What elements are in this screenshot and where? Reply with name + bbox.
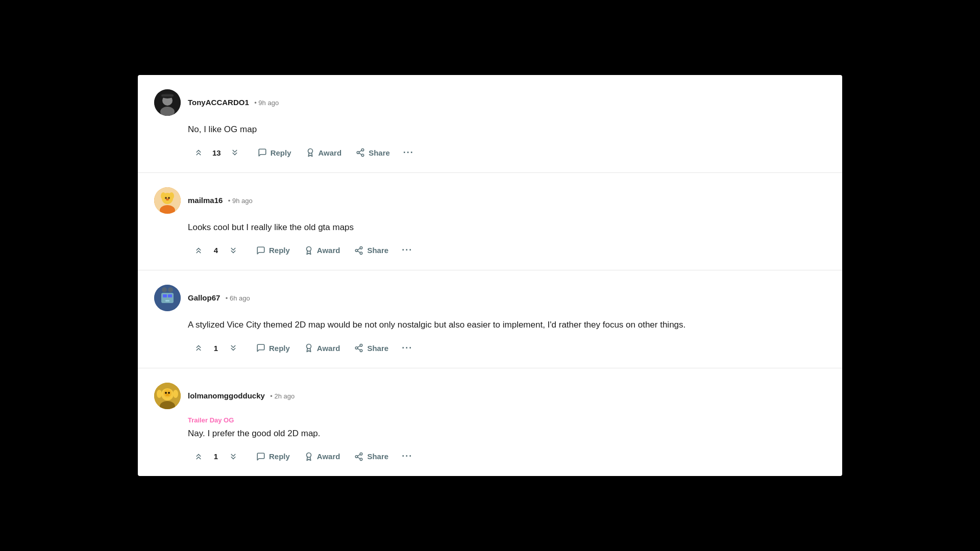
svg-rect-30 bbox=[165, 300, 169, 302]
share-button[interactable]: Share bbox=[348, 448, 395, 465]
comment-body: Nay. I prefer the good old 2D map. bbox=[188, 427, 826, 440]
avatar bbox=[154, 285, 181, 311]
svg-line-25 bbox=[358, 248, 360, 249]
upvote-icon bbox=[194, 148, 203, 157]
award-button[interactable]: Award bbox=[298, 339, 347, 357]
award-icon bbox=[306, 148, 315, 157]
vote-section: 13 bbox=[188, 144, 246, 161]
share-label: Share bbox=[369, 148, 390, 157]
vote-section: 1 bbox=[188, 339, 244, 357]
upvote-icon bbox=[194, 343, 203, 353]
reply-label: Reply bbox=[269, 344, 290, 353]
comment-header: Gallop67 • 6h ago bbox=[154, 285, 826, 311]
svg-point-45 bbox=[165, 392, 167, 394]
more-button[interactable]: ··· bbox=[397, 241, 418, 260]
award-label: Award bbox=[317, 344, 340, 353]
downvote-icon bbox=[230, 148, 239, 157]
share-label: Share bbox=[367, 452, 388, 461]
comment-4: lolmanomggodducky • 2h ago Trailer Day O… bbox=[138, 368, 842, 477]
vote-count: 4 bbox=[212, 246, 219, 255]
award-button[interactable]: Award bbox=[298, 448, 347, 465]
user-info: mailma16 • 9h ago bbox=[188, 196, 253, 205]
vote-section: 1 bbox=[188, 448, 244, 465]
svg-line-24 bbox=[358, 251, 360, 253]
vote-section: 4 bbox=[188, 242, 244, 259]
svg-point-19 bbox=[166, 198, 169, 201]
award-label: Award bbox=[317, 246, 340, 255]
upvote-button[interactable] bbox=[188, 448, 209, 465]
username: TonyACCARDO1 bbox=[188, 98, 249, 107]
comment-1: TonyACCARDO1 • 9h ago No, I like OG map … bbox=[138, 75, 842, 173]
user-info: TonyACCARDO1 • 9h ago bbox=[188, 98, 279, 107]
reply-label: Reply bbox=[269, 246, 290, 255]
downvote-button[interactable] bbox=[224, 144, 246, 161]
downvote-button[interactable] bbox=[223, 339, 244, 357]
award-button[interactable]: Award bbox=[298, 242, 347, 259]
svg-point-46 bbox=[168, 392, 170, 394]
username: mailma16 bbox=[188, 196, 223, 205]
svg-point-31 bbox=[162, 287, 167, 292]
user-info: Gallop67 • 6h ago bbox=[188, 293, 250, 303]
comment-header: lolmanomggodducky • 2h ago bbox=[154, 383, 826, 409]
svg-line-38 bbox=[358, 346, 360, 347]
reply-icon bbox=[256, 343, 265, 353]
svg-point-43 bbox=[157, 390, 162, 398]
reply-button[interactable]: Reply bbox=[252, 144, 298, 161]
downvote-icon bbox=[229, 452, 238, 461]
share-button[interactable]: Share bbox=[348, 339, 395, 357]
avatar bbox=[154, 383, 181, 409]
svg-point-44 bbox=[173, 390, 178, 398]
award-label: Award bbox=[318, 148, 342, 157]
upvote-button[interactable] bbox=[188, 242, 209, 259]
comment-actions: 1 Reply Award Share ··· bbox=[188, 447, 826, 466]
more-button[interactable]: ··· bbox=[398, 143, 419, 162]
downvote-button[interactable] bbox=[223, 448, 244, 465]
upvote-icon bbox=[194, 246, 203, 255]
reply-icon bbox=[258, 148, 267, 157]
avatar bbox=[154, 89, 181, 116]
reply-button[interactable]: Reply bbox=[250, 339, 296, 357]
reply-button[interactable]: Reply bbox=[250, 448, 296, 465]
comment-body: No, I like OG map bbox=[188, 123, 826, 136]
user-flair: Trailer Day OG bbox=[188, 416, 826, 424]
more-button[interactable]: ··· bbox=[397, 447, 418, 466]
downvote-button[interactable] bbox=[223, 242, 244, 259]
timestamp: • 6h ago bbox=[226, 294, 250, 302]
comment-actions: 1 Reply Award Share ··· bbox=[188, 339, 826, 358]
share-button[interactable]: Share bbox=[348, 242, 395, 259]
svg-line-10 bbox=[359, 151, 362, 152]
share-icon bbox=[354, 246, 363, 255]
share-button[interactable]: Share bbox=[350, 144, 396, 161]
timestamp: • 9h ago bbox=[228, 197, 253, 205]
user-info: lolmanomggodducky • 2h ago bbox=[188, 391, 295, 400]
more-button[interactable]: ··· bbox=[397, 339, 418, 358]
svg-point-47 bbox=[165, 394, 169, 396]
share-label: Share bbox=[367, 344, 388, 353]
svg-line-53 bbox=[358, 454, 360, 456]
reply-label: Reply bbox=[271, 148, 291, 157]
award-button[interactable]: Award bbox=[300, 144, 348, 161]
comment-2: mailma16 • 9h ago Looks cool but I reall… bbox=[138, 173, 842, 271]
username: Gallop67 bbox=[188, 293, 220, 302]
reply-button[interactable]: Reply bbox=[250, 242, 296, 259]
upvote-button[interactable] bbox=[188, 144, 209, 161]
svg-line-52 bbox=[358, 457, 360, 459]
svg-rect-28 bbox=[163, 294, 167, 297]
avatar bbox=[154, 187, 181, 214]
vote-count: 1 bbox=[212, 452, 219, 461]
comment-actions: 13 Reply Award Share ··· bbox=[188, 143, 826, 162]
upvote-button[interactable] bbox=[188, 339, 209, 357]
username: lolmanomggodducky bbox=[188, 391, 265, 400]
svg-line-9 bbox=[359, 153, 362, 155]
share-icon bbox=[354, 343, 363, 353]
comment-body: Looks cool but I really like the old gta… bbox=[188, 221, 826, 234]
vote-count: 13 bbox=[212, 148, 221, 157]
award-label: Award bbox=[317, 452, 340, 461]
timestamp: • 9h ago bbox=[254, 99, 279, 107]
timestamp: • 2h ago bbox=[270, 392, 295, 400]
downvote-icon bbox=[229, 343, 238, 353]
award-icon bbox=[304, 343, 313, 353]
comment-header: TonyACCARDO1 • 9h ago bbox=[154, 89, 826, 116]
award-icon bbox=[304, 452, 313, 461]
share-label: Share bbox=[367, 246, 388, 255]
